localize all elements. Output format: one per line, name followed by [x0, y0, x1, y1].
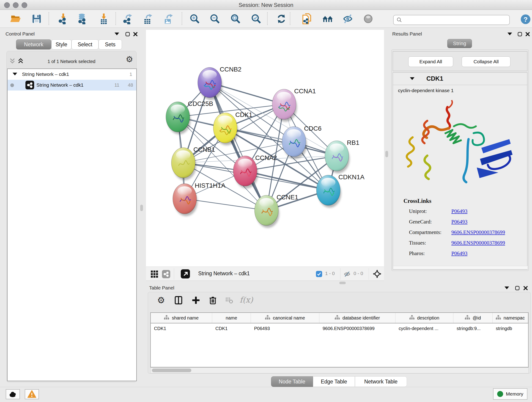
- delete-table-icon[interactable]: [225, 296, 233, 305]
- selected-checkbox-icon[interactable]: [316, 271, 322, 277]
- table-header-row: shared namenamecanonical namedatabase id…: [151, 313, 528, 323]
- collapse-all-button[interactable]: Collapse All: [462, 56, 510, 67]
- panel-menu-icon[interactable]: [507, 32, 512, 35]
- fit-selected-crosshair-icon[interactable]: [373, 269, 381, 279]
- crosslink-link[interactable]: P06493: [451, 219, 467, 225]
- entry-scrollbar-track[interactable]: [393, 266, 527, 269]
- collapse-collection-icon[interactable]: [13, 73, 17, 75]
- network-options-gear-icon[interactable]: ⚙: [126, 55, 133, 64]
- tab-sets[interactable]: Sets: [99, 39, 122, 50]
- zoom-fit-icon[interactable]: [230, 13, 241, 24]
- string-network-graph[interactable]: CCNB2CCNA1CDC25BCDK1CDC6RB1CCNB1CCNA2CDK…: [146, 30, 384, 267]
- tab-select[interactable]: Select: [71, 39, 99, 50]
- export-network-icon[interactable]: [122, 13, 133, 24]
- panel-menu-icon[interactable]: [114, 32, 119, 35]
- open-in-window-icon[interactable]: [181, 269, 190, 279]
- float-panel-icon[interactable]: [515, 286, 520, 292]
- column-header-name[interactable]: name: [212, 313, 251, 323]
- home-networks-icon[interactable]: [322, 13, 333, 24]
- crosslink-label: GeneCard:: [409, 219, 432, 225]
- close-panel-icon[interactable]: [525, 32, 530, 38]
- graphics-details-icon[interactable]: [363, 13, 374, 24]
- zoom-out-icon[interactable]: [209, 13, 220, 24]
- close-panel-icon[interactable]: [523, 286, 528, 292]
- table-settings-gear-icon[interactable]: ⚙: [157, 296, 165, 305]
- column-header-database-identifier[interactable]: database identifier: [319, 313, 395, 323]
- network-node-CCNA2[interactable]: [233, 156, 257, 186]
- column-header--id[interactable]: @id: [453, 313, 493, 323]
- warnings-button[interactable]: [25, 389, 39, 399]
- tab-node-table[interactable]: Node Table: [271, 376, 313, 387]
- export-table-icon[interactable]: [142, 13, 153, 24]
- crosslink-link[interactable]: P06493: [451, 250, 467, 256]
- network-column-icon: [409, 315, 414, 321]
- left-splitter-handle[interactable]: [140, 205, 143, 211]
- collapse-entry-icon[interactable]: [410, 77, 414, 80]
- crosslink-link[interactable]: 9606.ENSP00000378699: [451, 230, 505, 235]
- zoom-selected-icon[interactable]: [251, 13, 262, 24]
- help-icon[interactable]: ?: [520, 14, 531, 25]
- zoom-in-icon[interactable]: [189, 13, 200, 24]
- network-node-CCNB2[interactable]: [198, 67, 222, 98]
- import-table-file-icon[interactable]: [98, 13, 109, 24]
- network-node-CCNE1[interactable]: [254, 195, 278, 225]
- add-column-icon[interactable]: [191, 296, 200, 306]
- network-type-share-icon[interactable]: [162, 270, 170, 278]
- hidden-eye-icon[interactable]: [343, 270, 351, 279]
- memory-status-dot: [497, 391, 503, 397]
- tab-edge-table[interactable]: Edge Table: [313, 376, 355, 387]
- network-row[interactable]: String Network – cdk1 11 48: [7, 80, 136, 90]
- network-node-HIST1H1A[interactable]: [173, 184, 196, 214]
- refresh-icon[interactable]: [276, 13, 287, 24]
- column-header-shared-name[interactable]: shared name: [151, 313, 212, 323]
- import-network-file-icon[interactable]: [57, 13, 69, 24]
- tab-string[interactable]: String: [447, 39, 472, 48]
- float-panel-icon[interactable]: [517, 32, 522, 38]
- close-panel-icon[interactable]: [133, 32, 138, 38]
- network-node-CDC6[interactable]: [282, 127, 306, 157]
- table-row[interactable]: CDK1CDK1P064939606.ENSP00000378699cyclin…: [151, 323, 528, 334]
- horizontal-splitter-handle[interactable]: [339, 282, 346, 284]
- expand-all-button[interactable]: Expand All: [408, 56, 453, 67]
- column-header-canonical-name[interactable]: canonical name: [251, 313, 319, 323]
- network-node-CCNA1[interactable]: [272, 89, 296, 119]
- crosslink-link[interactable]: 9606.ENSP00000378699: [451, 240, 505, 246]
- node-entry-header[interactable]: CDK1: [393, 73, 527, 85]
- table-cell: P06493: [251, 323, 319, 333]
- table-scrollbar-thumb[interactable]: [152, 369, 191, 372]
- network-node-CCNB1[interactable]: [171, 148, 195, 178]
- network-node-RB1[interactable]: [325, 141, 349, 171]
- export-image-icon[interactable]: [163, 13, 174, 24]
- column-header-namespac[interactable]: namespac: [493, 313, 528, 323]
- float-panel-icon[interactable]: [125, 32, 130, 38]
- network-node-CDK1[interactable]: [213, 113, 237, 143]
- tab-style[interactable]: Style: [51, 39, 71, 50]
- tab-network[interactable]: Network: [16, 39, 51, 50]
- network-node-CDKN1A[interactable]: [317, 175, 340, 205]
- import-network-database-icon[interactable]: [77, 13, 88, 24]
- save-session-icon[interactable]: [31, 13, 42, 24]
- tab-network-table[interactable]: Network Table: [355, 376, 407, 387]
- open-session-icon[interactable]: [10, 13, 21, 24]
- column-header-description[interactable]: description: [395, 313, 453, 323]
- network-collection-row[interactable]: String Network – cdk1 1: [7, 69, 136, 80]
- string-document-icon[interactable]: [302, 13, 312, 24]
- network-node-CDC25B[interactable]: [166, 102, 190, 132]
- hide-unhide-icon[interactable]: [342, 13, 353, 24]
- panel-menu-icon[interactable]: [505, 287, 509, 289]
- split-columns-icon[interactable]: [174, 296, 183, 306]
- birds-eye-grid-icon[interactable]: [151, 270, 158, 279]
- table-scrollbar-track[interactable]: [150, 367, 529, 373]
- crosslink-link[interactable]: P06493: [451, 208, 467, 214]
- search-input[interactable]: [405, 16, 506, 24]
- table-cell: 9606.ENSP00000378699: [319, 323, 395, 333]
- function-builder-icon[interactable]: f(x): [240, 296, 253, 304]
- node-label-CCNA2: CCNA2: [255, 154, 277, 161]
- cloud-status-button[interactable]: [6, 389, 20, 399]
- column-label: @id: [473, 315, 481, 321]
- table-cell: stringdb:9...: [453, 323, 493, 333]
- delete-column-icon[interactable]: [209, 296, 217, 306]
- right-splitter-handle[interactable]: [385, 151, 388, 157]
- network-canvas[interactable]: CCNB2CCNA1CDC25BCDK1CDC6RB1CCNB1CCNA2CDK…: [146, 30, 384, 267]
- memory-button[interactable]: Memory: [493, 388, 527, 400]
